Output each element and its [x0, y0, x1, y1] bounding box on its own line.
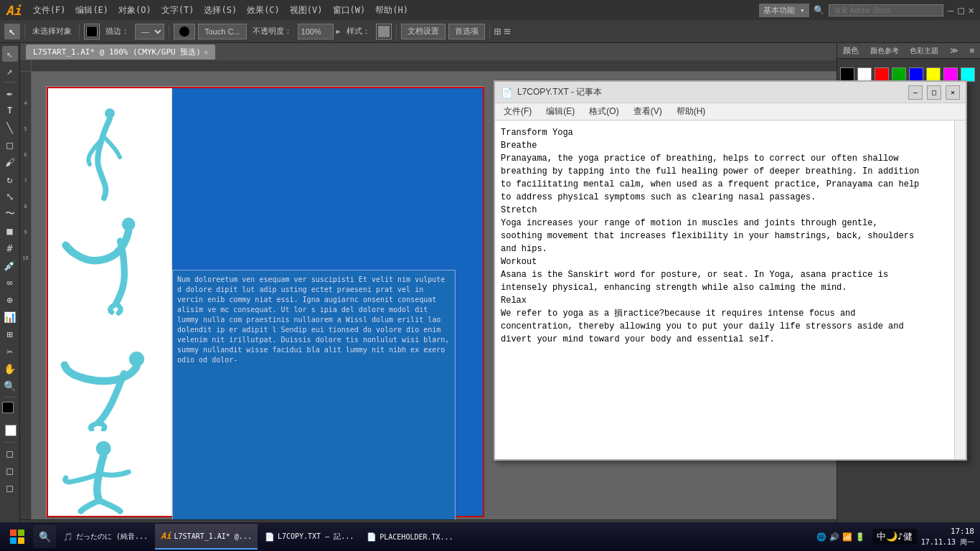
behind-mode[interactable]: □ [2, 463, 18, 479]
document-tab[interactable]: L7START_1.AI* @ 100% (CMYK/GPU 预选) ✕ [26, 44, 215, 60]
start-button[interactable] [3, 524, 32, 550]
mesh-tool[interactable]: # [2, 240, 18, 256]
menu-edit[interactable]: 编辑(E) [71, 3, 113, 18]
blend-tool[interactable]: ∞ [2, 275, 18, 291]
column-chart-tool[interactable]: 📊 [2, 309, 18, 325]
color-swatch-cyan[interactable] [961, 67, 975, 82]
notepad-title: L7COPY.TXT - 记事本 [517, 86, 904, 98]
touch-button[interactable]: Touch C... [198, 24, 247, 39]
notepad-window: 📄 L7COPY.TXT - 记事本 — □ ✕ 文件(F) 编辑(E) 格式(… [494, 80, 967, 461]
minimize-icon[interactable]: — [948, 4, 953, 16]
notepad-close[interactable]: ✕ [946, 85, 960, 100]
system-tray: 🌐 🔊 📶 🔋 [811, 532, 871, 542]
notepad-titlebar: 📄 L7COPY.TXT - 记事本 — □ ✕ [495, 82, 966, 103]
notepad-minimize[interactable]: — [908, 85, 923, 100]
color-swatch-black[interactable] [840, 67, 854, 82]
scale-tool[interactable]: ⤡ [2, 189, 18, 204]
rotate-tool[interactable]: ↻ [2, 171, 18, 187]
taskbar-music-item[interactable]: 🎵 だったのに (純音... [57, 524, 154, 550]
symbol-tool[interactable]: ⊕ [2, 292, 18, 308]
color-swatch-red[interactable] [875, 67, 889, 82]
line-tool[interactable]: ╲ [2, 120, 18, 136]
color-swatch-magenta[interactable] [943, 67, 958, 82]
direct-select-tool[interactable]: ↗ [2, 63, 18, 79]
background-color[interactable] [2, 422, 18, 438]
color-swatch-blue[interactable] [909, 67, 923, 82]
notepad-scrollbar[interactable] [954, 121, 966, 459]
color-panel-header: 颜色 颜色参考 色彩主题 ≫ ≡ [837, 43, 980, 59]
preferences-button[interactable]: 首选项 [448, 24, 485, 39]
svg-rect-7 [18, 537, 24, 544]
menu-view[interactable]: 视图(V) [286, 3, 327, 18]
taskbar-ai-item[interactable]: Ai L7START_1.AI* @... [155, 524, 258, 550]
style-color[interactable] [376, 24, 392, 39]
svg-rect-6 [10, 537, 17, 544]
taskbar-notepad2-item[interactable]: 📄 PLACEHOLDER.TX... [361, 524, 458, 550]
color-swatch-yellow[interactable] [926, 67, 941, 82]
transform-icon[interactable]: ≡ [504, 24, 511, 38]
notepad-text-area[interactable]: Transform Yoga Breathe Pranayama, the yo… [495, 121, 954, 459]
tray-icon-1: 🌐 [816, 532, 826, 542]
close-icon[interactable]: ✕ [969, 4, 974, 16]
menu-object[interactable]: 对象(O) [114, 3, 156, 18]
stroke-color[interactable] [84, 24, 100, 39]
slice-tool[interactable]: ✂ [2, 344, 18, 359]
maximize-icon[interactable]: □ [958, 4, 963, 16]
no-selection-label: 未选择对象 [29, 24, 75, 38]
notepad-menu-file[interactable]: 文件(F) [498, 104, 537, 119]
foreground-color[interactable] [2, 402, 18, 418]
tray-icon-2: 🔊 [829, 532, 839, 542]
search-icon: 🔍 [814, 5, 824, 15]
brush-tool[interactable]: 🖌 [2, 154, 18, 170]
notepad-menu-view[interactable]: 查看(V) [628, 104, 668, 119]
gradient-tool[interactable]: ■ [2, 223, 18, 239]
yoga-figure-4 [57, 438, 158, 517]
taskbar-notepad1-item[interactable]: 📄 L7COPY.TXT – 記... [259, 524, 359, 550]
menu-window[interactable]: 窗口(W) [329, 3, 370, 18]
select-tool[interactable]: ↖ [4, 24, 20, 39]
document-tab-bar: L7START_1.AI* @ 100% (CMYK/GPU 预选) ✕ [20, 43, 837, 60]
blue-box-text: Num doloreetum ven esequam ver suscipist… [177, 275, 451, 365]
rect-tool[interactable]: □ [2, 137, 18, 153]
type-tool[interactable]: T [2, 103, 18, 118]
pen-tool[interactable]: ✒ [2, 85, 18, 101]
stroke-select[interactable]: — [135, 24, 164, 39]
app-logo: Ai [6, 3, 22, 18]
workspace-dropdown[interactable]: 基本功能 ▾ [759, 4, 809, 17]
menu-effect[interactable]: 效果(C) [242, 3, 284, 18]
normal-mode[interactable]: □ [2, 446, 18, 461]
doc-settings-button[interactable]: 文档设置 [401, 24, 446, 39]
notepad-menu-help[interactable]: 帮助(H) [671, 104, 712, 119]
color-swatch-green[interactable] [892, 67, 906, 82]
ime-indicator[interactable]: 中🌙♪健 [872, 529, 917, 545]
clip-mode[interactable]: □ [2, 480, 18, 496]
panel-menu[interactable]: ≡ [969, 46, 974, 55]
menu-file[interactable]: 文件(F) [29, 3, 70, 18]
taskbar-search[interactable]: 🔍 [33, 525, 56, 548]
tray-icon-4: 🔋 [855, 532, 865, 542]
artboard-tool[interactable]: ⊞ [2, 326, 18, 342]
opacity-input[interactable] [298, 24, 334, 39]
menu-bar: Ai 文件(F) 编辑(E) 对象(O) 文字(T) 选择(S) 效果(C) 视… [0, 0, 980, 20]
align-icon[interactable]: ⊞ [494, 24, 501, 38]
warp-tool[interactable]: 〜 [2, 206, 18, 222]
adobe-stock-search[interactable] [829, 4, 943, 17]
taskbar: 🔍 🎵 だったのに (純音... Ai L7START_1.AI* @... 📄… [0, 522, 980, 551]
stroke-label: 描边： [103, 24, 132, 38]
notepad-menu-edit[interactable]: 编辑(E) [540, 104, 580, 119]
menu-select[interactable]: 选择(S) [199, 3, 241, 18]
color-swatch-white[interactable] [857, 67, 872, 82]
hand-tool[interactable]: ✋ [2, 361, 18, 377]
eyedrop-tool[interactable]: 💉 [2, 258, 18, 273]
zoom-tool[interactable]: 🔍 [2, 378, 18, 394]
menu-help[interactable]: 帮助(H) [371, 3, 413, 18]
opacity-arrow[interactable]: ▶ [336, 27, 341, 35]
panel-expand[interactable]: ≫ [950, 46, 958, 55]
notepad2-icon: 📄 [367, 532, 377, 542]
menu-text[interactable]: 文字(T) [157, 3, 199, 18]
select-tool-btn[interactable]: ↖ [2, 46, 18, 62]
notepad-menu-format[interactable]: 格式(O) [583, 104, 624, 119]
tab-close[interactable]: ✕ [204, 48, 208, 56]
document-canvas: Num doloreetum ven esequam ver suscipist… [46, 86, 484, 517]
notepad-maximize[interactable]: □ [927, 85, 941, 100]
